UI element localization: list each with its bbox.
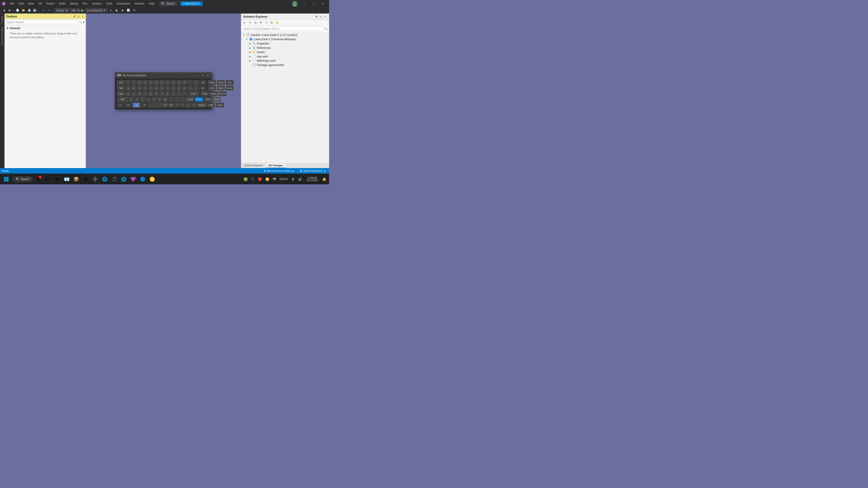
app-tray-2[interactable]: 🔴 [256,176,263,182]
taskbar-spotify-icon[interactable]: 🎵 [110,175,118,183]
osk-key-x[interactable]: x [134,97,140,102]
osk-key-c[interactable]: c [140,97,145,102]
menu-git[interactable]: Git [36,1,44,6]
clock[interactable]: 12:08 AM 21/11/2023 [305,176,320,182]
osk-key-esc[interactable]: Esc [117,80,125,85]
solution-explorer-search-input[interactable] [243,27,323,31]
osk-key-a[interactable]: a [126,91,131,96]
se-search-icon[interactable]: 🔍 [324,27,328,30]
close-button[interactable]: ✕ [318,0,327,7]
local-machine-selector[interactable]: Local Machine ▾ [85,8,107,12]
tree-item-manifest[interactable]: ▶ 📋 Package.appxmanifest [241,63,329,67]
add-to-source-control-button[interactable]: ⬆ Add to Source Control ▲ [262,169,296,172]
taskbar-edge-icon[interactable]: 🌐 [120,175,128,183]
menu-file[interactable]: File [8,1,17,6]
toolbox-tab[interactable]: Toolbox [0,14,4,25]
osk-key-mvup[interactable]: Mv Up [225,86,234,91]
se-refresh-button[interactable]: ↻ [248,20,252,25]
osk-key-s[interactable]: s [131,91,136,96]
tree-item-properties[interactable]: ▶ 🔧 Properties [241,41,329,46]
menu-view[interactable]: View [26,1,36,6]
osk-key-lbracket[interactable]: [ [182,86,187,91]
tree-item-solution[interactable]: ▼ 📋 Solution 'Lukes Earth 2' (1 of 1 pro… [241,33,329,37]
osk-key-t[interactable]: t [148,86,153,91]
se-float-button[interactable]: ◱ [319,14,323,19]
osk-key-prtscn[interactable]: PrtScn [195,97,203,102]
save-all-button[interactable]: 💾+ [33,8,38,13]
toolbox-search-input[interactable] [6,20,78,24]
taskbar-monitor-icon[interactable]: 🖥 [82,175,90,183]
taskbar-addon-icon[interactable]: ➕ [91,175,99,183]
start-button[interactable] [2,175,11,184]
osk-key-g[interactable]: g [148,91,153,96]
notification-button[interactable]: 🔔 [321,176,327,182]
osk-key-enter[interactable]: Enter [188,91,199,96]
volume-tray[interactable]: 🔊 [297,176,303,182]
osk-key-pgdn[interactable]: PgDn [217,86,225,91]
osk-key-m[interactable]: m [163,97,168,102]
taskbar-app8-icon[interactable]: 🌐 [101,175,109,183]
osk-close-button[interactable]: ✕ [206,73,210,77]
nav-back-button[interactable]: ◀ [1,8,6,13]
osk-key-caps[interactable]: Caps [117,91,125,96]
se-close-button[interactable]: ✕ [323,14,327,19]
toolbox-search-options[interactable]: ▾ [83,21,84,24]
osk-key-o[interactable]: o [171,86,176,91]
menu-debug[interactable]: Debug [68,1,80,6]
save-button[interactable]: 💾 [27,8,32,13]
osk-key-period[interactable]: . [174,97,179,102]
se-settings-button[interactable]: ⚙ [269,20,274,25]
osk-key-ctrl-right[interactable]: Ctrl [168,103,174,107]
osk-key-left[interactable]: ◁ [175,103,180,107]
osk-key-p[interactable]: p [177,86,182,91]
osk-key-right[interactable]: ▷ [186,103,191,107]
menu-window[interactable]: Window [132,1,147,6]
osk-key-fade[interactable]: Fade [216,103,224,107]
taskbar-app12-icon[interactable]: 🟡 [148,175,156,183]
osk-key-u[interactable]: u [160,86,164,91]
osk-key-9[interactable]: 9 [177,80,182,85]
menu-project[interactable]: Project [44,1,57,6]
osk-key-b[interactable]: b [151,97,156,102]
se-pin-button[interactable]: 📌 [314,14,318,19]
select-repository-button[interactable]: 🗄 Select Repository ▲ [298,169,327,172]
osk-key-k[interactable]: k [165,91,170,96]
run-button[interactable]: ▶ [81,8,84,12]
platform-select[interactable]: x86 [70,8,81,13]
tab-git-changes[interactable]: Git Changes [266,163,286,168]
stop-button[interactable]: ⏹ [114,8,119,13]
toolbox-pin-button[interactable]: 📌 [72,14,76,18]
osk-key-f[interactable]: f [143,91,148,96]
avatar[interactable] [292,1,298,6]
minimize-button[interactable]: ─ [300,0,309,7]
security-tray[interactable]: 🛡 [250,176,256,182]
osk-key-ctrl-left[interactable]: Ctrl [125,103,132,107]
breakpoints-button[interactable]: ◉ [120,8,125,13]
osk-key-i[interactable]: i [165,86,170,91]
osk-key-equals[interactable]: = [193,80,198,85]
osk-minimize-button[interactable]: ─ [195,73,200,77]
pause-button[interactable]: ⏸ [108,8,113,13]
osk-key-backtick[interactable]: ` [126,80,131,85]
osk-maximize-button[interactable]: □ [200,73,205,77]
taskbar-package-icon[interactable]: 📦 [72,175,80,183]
osk-key-pause[interactable]: Pause [210,91,218,96]
osk-key-down[interactable]: ▽ [180,103,185,107]
osk-key-v[interactable]: v [146,97,151,102]
open-button[interactable]: 📂 [21,8,26,13]
taskbar-mail-icon[interactable]: ✉ 1 [34,175,42,183]
document-outline-tab[interactable]: Document Outline [0,25,4,46]
osk-key-scrlk[interactable]: ScrLk [204,97,212,102]
nvidia-tray[interactable]: 🟩 [242,176,249,182]
osk-key-2[interactable]: 2 [137,80,142,85]
osk-key-q[interactable]: q [126,86,131,91]
osk-key-w[interactable]: w [131,86,136,91]
performance-button[interactable]: 📊 [126,8,131,13]
osk-key-8[interactable]: 8 [171,80,176,85]
maximize-button[interactable]: □ [309,0,318,7]
osk-key-shift-right[interactable]: ⇧ Shift [185,97,194,102]
menu-analyze[interactable]: Analyze [90,1,104,6]
osk-key-dock[interactable]: Dock [213,97,221,102]
taskbar-chrome-icon[interactable]: 🔵 [138,175,147,183]
tree-item-mainpage[interactable]: ▶ 📄 MainPage.xaml [241,59,329,63]
